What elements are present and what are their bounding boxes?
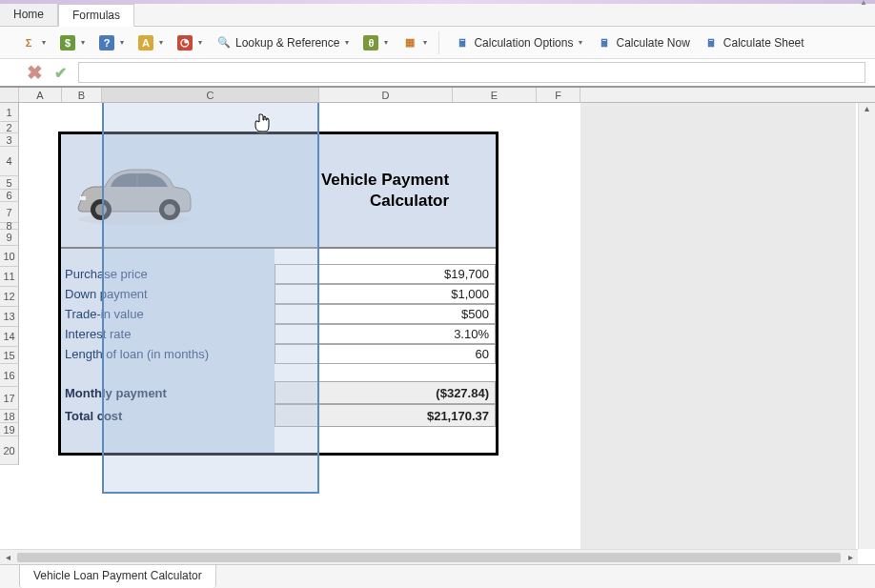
title-bar	[0, 0, 875, 4]
lookup-label: Lookup & Reference	[235, 36, 339, 50]
value-loan-length[interactable]: 60	[275, 344, 496, 364]
chevron-down-icon: ▾	[81, 38, 85, 47]
calculate-sheet-button[interactable]: 🖩Calculate Sheet	[699, 32, 810, 53]
tab-home[interactable]: Home	[0, 4, 58, 26]
row-header-12[interactable]: 12	[0, 287, 19, 307]
cancel-icon[interactable]: ✖	[27, 61, 43, 84]
formula-bar: ✖ ✔	[0, 59, 875, 88]
sheet-tabs: Vehicle Loan Payment Calculator	[0, 564, 875, 588]
row-header-17[interactable]: 17	[0, 387, 19, 410]
row-header-20[interactable]: 20	[0, 436, 19, 465]
car-icon	[67, 152, 200, 229]
label-purchase-price: Purchase price	[61, 264, 275, 284]
ribbon-tabs: Home Formulas	[0, 4, 875, 27]
horizontal-scrollbar[interactable]: ◂ ▸	[0, 549, 858, 564]
label-interest-rate: Interest rate	[61, 324, 275, 344]
ribbon-toolbar: Σ▾ $▾ ?▾ A▾ ◔▾ 🔍Lookup & Reference▾ θ▾ ▦…	[0, 27, 875, 59]
label-monthly-payment: Monthly payment	[61, 381, 275, 404]
chevron-down-icon: ▾	[345, 38, 349, 47]
more-functions-button[interactable]: ▦▾	[397, 32, 433, 53]
chevron-down-icon: ▾	[423, 38, 427, 47]
calc-now-label: Calculate Now	[616, 36, 689, 50]
vertical-scrollbar[interactable]: ▴	[858, 103, 875, 549]
row-header-16[interactable]: 16	[0, 364, 19, 387]
calculate-now-button[interactable]: 🖩Calculate Now	[591, 32, 695, 53]
scroll-up-icon[interactable]: ▴	[859, 103, 875, 118]
scroll-right-icon[interactable]: ▸	[843, 552, 858, 562]
row-header-3[interactable]: 3	[0, 133, 19, 147]
label-loan-|length: Length of loan (in months)	[61, 344, 275, 364]
row-header-6[interactable]: 6	[0, 190, 19, 202]
column-headers: A B C D E F	[0, 88, 875, 103]
svg-rect-6	[80, 196, 86, 200]
column-header-c[interactable]: C	[102, 88, 319, 102]
scroll-left-icon[interactable]: ◂	[0, 552, 15, 562]
select-all-corner[interactable]	[0, 88, 19, 102]
row-header-8[interactable]: 8	[0, 223, 19, 230]
title-cell: Vehicle PaymentCalculator	[275, 134, 496, 247]
datetime-button[interactable]: ◔▾	[172, 32, 208, 53]
value-interest-rate[interactable]: 3.10%	[275, 324, 496, 344]
chevron-down-icon: ▾	[42, 38, 46, 47]
row-header-15[interactable]: 15	[0, 347, 19, 364]
column-header-a[interactable]: A	[19, 88, 62, 102]
column-header-f[interactable]: F	[537, 88, 580, 102]
value-purchase-price[interactable]: $19,700	[275, 264, 496, 284]
svg-point-5	[164, 204, 175, 215]
column-header-e[interactable]: E	[453, 88, 537, 102]
grid-background	[580, 103, 856, 549]
row-headers: 1 2 3 4 5 6 7 8 9 10 11 12 13 14 15 16 1…	[0, 103, 19, 549]
chevron-down-icon: ▾	[384, 38, 388, 47]
accept-icon[interactable]: ✔	[54, 64, 67, 82]
column-header-b[interactable]: B	[62, 88, 102, 102]
text-button[interactable]: A▾	[132, 32, 169, 53]
lookup-reference-button[interactable]: 🔍Lookup & Reference▾	[211, 32, 355, 53]
formula-input[interactable]	[78, 62, 865, 83]
column-header-d[interactable]: D	[319, 88, 453, 102]
row-header-9[interactable]: 9	[0, 230, 19, 246]
scroll-thumb[interactable]	[17, 553, 841, 562]
calculation-options-button[interactable]: 🖩Calculation Options▾	[449, 32, 588, 53]
car-image-cell	[61, 134, 275, 247]
calc-sheet-label: Calculate Sheet	[723, 36, 804, 50]
value-down-payment[interactable]: $1,000	[275, 284, 496, 304]
value-trade-in[interactable]: $500	[275, 304, 496, 324]
spreadsheet-grid[interactable]: 1 2 3 4 5 6 7 8 9 10 11 12 13 14 15 16 1…	[0, 103, 875, 549]
row-header-5[interactable]: 5	[0, 176, 19, 190]
title-line-1: Vehicle Payment	[321, 171, 449, 189]
row-header-13[interactable]: 13	[0, 307, 19, 327]
tab-formulas[interactable]: Formulas	[58, 4, 134, 27]
title-line-2: Calculator	[370, 192, 449, 210]
logical-button[interactable]: ?▾	[93, 32, 130, 53]
row-header-1[interactable]: 1	[0, 103, 19, 122]
chevron-down-icon: ▾	[198, 38, 202, 47]
value-total-cost: $21,170.37	[275, 404, 496, 427]
row-header-18[interactable]: 18	[0, 410, 19, 423]
svg-point-3	[95, 204, 107, 215]
value-monthly-payment: ($327.84)	[275, 381, 496, 404]
label-trade-in: Trade-in value	[61, 304, 275, 324]
autosum-button[interactable]: Σ▾	[15, 32, 51, 53]
chevron-down-icon: ▾	[120, 38, 124, 47]
sheet-tab-vehicle-loan[interactable]: Vehicle Loan Payment Calculator	[19, 564, 216, 588]
label-down-payment: Down payment	[61, 284, 275, 304]
calculator-document: Vehicle PaymentCalculator Purchase price…	[58, 132, 499, 456]
label-total-cost: Total cost	[61, 404, 275, 427]
row-header-14[interactable]: 14	[0, 327, 19, 347]
row-header-4[interactable]: 4	[0, 147, 19, 176]
row-header-2[interactable]: 2	[0, 122, 19, 133]
financial-button[interactable]: $▾	[54, 32, 91, 53]
chevron-down-icon: ▾	[159, 38, 163, 47]
row-header-11[interactable]: 11	[0, 267, 19, 287]
row-header-19[interactable]: 19	[0, 423, 19, 436]
chevron-down-icon: ▾	[579, 38, 582, 47]
calc-options-label: Calculation Options	[474, 36, 573, 50]
math-button[interactable]: θ▾	[357, 32, 394, 53]
row-header-10[interactable]: 10	[0, 246, 19, 267]
